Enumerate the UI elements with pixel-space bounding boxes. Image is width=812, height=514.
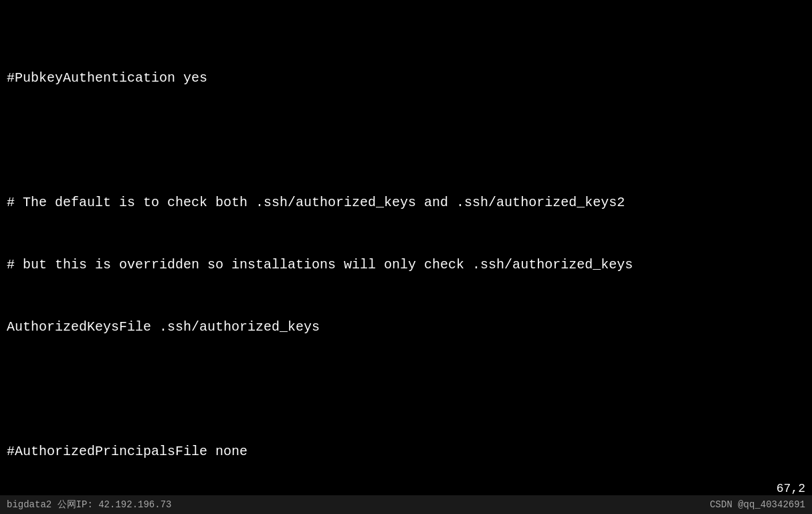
line-overridden-comment: # but this is overridden so installation… xyxy=(7,254,805,275)
line-blank-2 xyxy=(7,379,805,400)
terminal-window: #PubkeyAuthentication yes # The default … xyxy=(0,0,812,514)
footer-credit: CSDN @qq_40342691 xyxy=(710,499,805,510)
line-default-comment: # The default is to check both .ssh/auth… xyxy=(7,192,805,213)
footer-bar: bigdata2 公网IP: 42.192.196.73 CSDN @qq_40… xyxy=(0,495,812,514)
line-pubkey-auth: #PubkeyAuthentication yes xyxy=(7,68,805,88)
code-area: #PubkeyAuthentication yes # The default … xyxy=(7,5,805,514)
footer-hostname: bigdata2 公网IP: 42.192.196.73 xyxy=(7,499,171,511)
line-authorized-principals: #AuthorizedPrincipalsFile none xyxy=(7,441,805,462)
status-bar: 67,2 xyxy=(777,482,805,495)
line-authorized-keys-file: AuthorizedKeysFile .ssh/authorized_keys xyxy=(7,317,805,337)
line-blank-1 xyxy=(7,130,805,151)
